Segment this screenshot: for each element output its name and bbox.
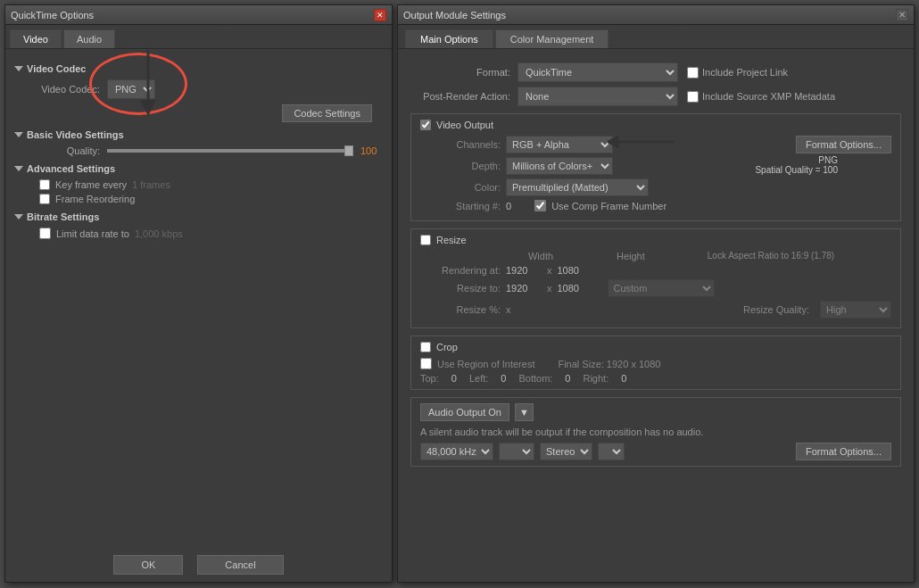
custom-resize-select[interactable]: Custom [608,279,715,297]
stereo-select[interactable]: Stereo [540,443,592,460]
output-module-dialog: Output Module Settings ✕ Main Options Co… [397,4,915,583]
format-options-button[interactable]: Format Options... [796,136,891,153]
depth-label: Depth: [420,161,501,171]
oms-tab-color[interactable]: Color Management [495,29,609,48]
codec-select[interactable]: PNG [107,79,155,99]
include-xmp-checkbox[interactable] [687,91,699,103]
oms-body: Format: QuickTime Include Project Link P… [398,49,914,483]
resize-section: Resize Width Height Lock Aspect Ratio to… [410,228,901,328]
channels-select[interactable]: RGB + Alpha [506,136,613,153]
crop-header: Crop [420,342,891,352]
keyframe-value: 1 frames [132,179,170,190]
resize-to-w: 1920 [506,283,542,294]
codec-select-wrapper: PNG [107,79,383,99]
resize-header: Resize [420,235,891,245]
use-comp-frame-checkbox[interactable] [534,200,546,211]
quality-thumb[interactable] [344,145,353,156]
audio-settings-row: 48,000 kHz Stereo Format Options... [420,443,891,460]
resize-pct-row: Resize %: x Resize Quality: High [420,301,891,319]
resize-quality-select[interactable]: High [820,301,891,319]
audio-format-options-button[interactable]: Format Options... [796,443,891,460]
qt-titlebar: QuickTime Options ✕ [5,5,392,25]
format-select[interactable]: QuickTime [517,62,678,82]
bitrate-section-header: Bitrate Settings [14,211,383,222]
use-roi-label: Use Region of Interest [437,359,534,369]
audio-extra-select[interactable] [499,443,534,460]
sample-rate-select[interactable]: 48,000 kHz [420,443,493,460]
post-render-row: Post-Render Action: None Include Source … [410,87,901,106]
color-select[interactable]: Premultiplied (Matted) [506,178,649,196]
audio-section: Audio Output On ▼ A silent audio track w… [410,397,901,467]
frame-reorder-label: Frame Reordering [55,194,135,204]
triangle-icon [14,66,23,71]
final-size-label: Final Size: 1920 x 1080 [558,359,660,369]
top-value: 0 [451,373,457,384]
crop-section: Crop Use Region of Interest Final Size: … [410,335,901,390]
audio-top-row: Audio Output On ▼ [420,403,891,421]
left-value: 0 [501,373,506,384]
video-output-header: Video Output [420,120,891,130]
use-comp-frame-label: Use Comp Frame Number [551,201,666,211]
rendering-at-row: Rendering at: 1920 x 1080 [420,265,891,276]
bottom-value: 0 [565,373,570,384]
channels-label: Channels: [420,139,501,150]
channels-row: Channels: RGB + Alpha Format Options... [420,136,891,153]
crop-checkbox[interactable] [420,342,431,352]
quality-label: Quality: [27,145,107,156]
right-value: 0 [621,373,626,384]
bottom-label: Bottom: [518,373,552,384]
starting-hash-label: Starting #: [420,201,501,211]
oms-close-button[interactable]: ✕ [896,9,908,21]
keyframe-checkbox[interactable] [39,179,50,190]
codec-settings-row: Codec Settings [14,104,383,122]
ok-button[interactable]: OK [113,555,183,575]
depth-row: Depth: Millions of Colors+ PNG Spatial Q… [420,157,891,175]
cancel-button[interactable]: Cancel [197,555,283,575]
resize-to-row: Resize to: 1920 x 1080 Custom [420,279,891,297]
quality-value: 100 [360,145,383,156]
video-codec-section-header: Video Codec [14,63,383,74]
qt-title: QuickTime Options [11,10,94,21]
post-render-select[interactable]: None [517,87,678,106]
video-output-section: Video Output Channels: RGB + Alpha Forma… [410,113,901,221]
audio-output-button[interactable]: Audio Output On [420,403,509,421]
quality-fill [107,149,353,153]
qt-tab-video[interactable]: Video [10,29,62,48]
color-row: Color: Premultiplied (Matted) [420,178,891,196]
include-project-link: Include Project Link [687,67,788,79]
channels-arrow [608,128,679,155]
keyframe-row: Key frame every 1 frames [14,179,383,190]
audio-dropdown-button[interactable]: ▼ [515,403,534,421]
resize-pct-label: Resize %: [420,304,501,315]
qt-close-button[interactable]: ✕ [374,9,386,21]
resize-col-headers: Width Height Lock Aspect Ratio to 16:9 (… [420,251,891,261]
codec-label: Video Codec: [27,84,107,95]
oms-tab-main[interactable]: Main Options [405,29,493,48]
depth-select[interactable]: Millions of Colors+ [506,157,613,175]
starting-hash-value: 0 [506,201,511,211]
oms-titlebar: Output Module Settings ✕ [398,5,914,25]
post-render-label: Post-Render Action: [410,91,517,102]
color-label: Color: [420,182,501,193]
frame-reorder-row: Frame Reordering [14,194,383,204]
triangle-icon-3 [14,166,23,171]
use-roi-checkbox[interactable] [420,358,432,369]
include-project-checkbox[interactable] [687,67,699,79]
stereo-extra-select[interactable] [598,443,625,460]
limit-label: Limit data rate to [56,228,129,239]
keyframe-label: Key frame every [55,179,127,190]
qt-tab-audio[interactable]: Audio [63,29,115,48]
format-row: Format: QuickTime Include Project Link [410,62,901,82]
frame-reorder-checkbox[interactable] [39,194,50,204]
codec-settings-button[interactable]: Codec Settings [282,104,372,122]
rendering-h: 1080 [558,265,579,276]
qt-footer: OK Cancel [5,555,392,575]
video-output-checkbox[interactable] [420,120,431,130]
rendering-at-label: Rendering at: [420,265,501,276]
include-xmp: Include Source XMP Metadata [687,91,835,103]
quality-row: Quality: 100 [14,145,383,156]
starting-hash-row: Starting #: 0 Use Comp Frame Number [420,200,891,211]
quality-slider[interactable] [107,149,353,153]
limit-bitrate-checkbox[interactable] [39,228,51,239]
resize-checkbox[interactable] [420,235,431,245]
